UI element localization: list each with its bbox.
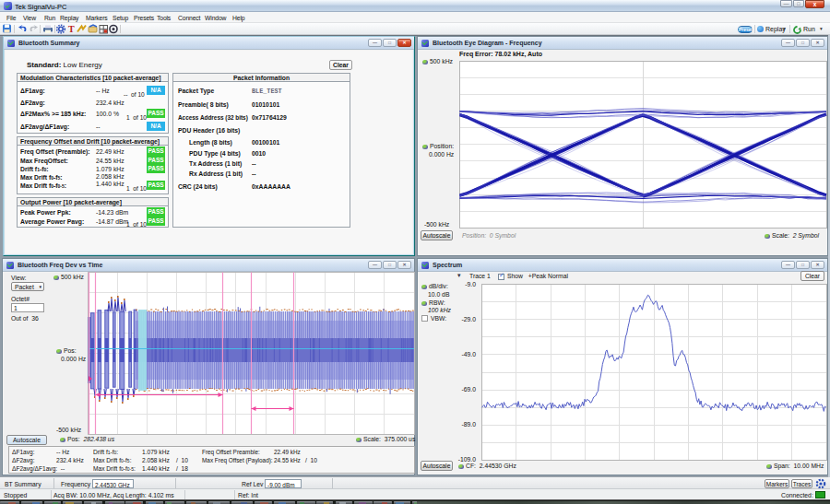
svg-text:T: T — [68, 24, 75, 34]
